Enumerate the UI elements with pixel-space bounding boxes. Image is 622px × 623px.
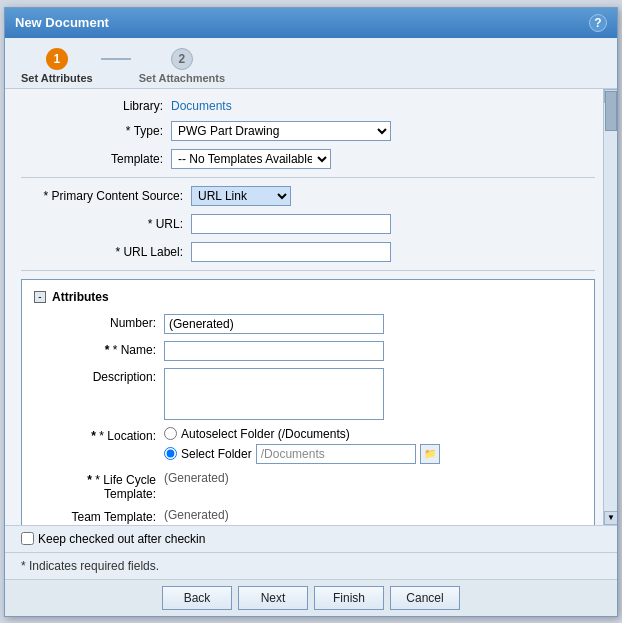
attr-team-label: Team Template: bbox=[34, 508, 164, 524]
location-options: Autoselect Folder (/Documents) Select Fo… bbox=[164, 427, 440, 464]
keep-checked-row: Keep checked out after checkin bbox=[5, 525, 617, 552]
divider-2 bbox=[21, 270, 595, 271]
scrollbar-thumb[interactable] bbox=[605, 91, 617, 131]
step-1-circle: 1 bbox=[46, 48, 68, 70]
location-radio-select[interactable] bbox=[164, 447, 177, 460]
type-label: * Type: bbox=[21, 124, 171, 138]
attr-location-row: * Location: Autoselect Folder (/Document… bbox=[34, 427, 582, 464]
collapse-icon[interactable]: - bbox=[34, 291, 46, 303]
attr-description-textarea[interactable] bbox=[164, 368, 384, 420]
library-value: Documents bbox=[171, 99, 232, 113]
url-label-input[interactable] bbox=[191, 242, 391, 262]
attr-lifecycle-row: * Life Cycle Template: (Generated) bbox=[34, 471, 582, 501]
location-radio-select-row: Select Folder 📁 bbox=[164, 444, 440, 464]
next-button[interactable]: Next bbox=[238, 586, 308, 610]
url-label-row: * URL Label: bbox=[21, 242, 595, 262]
type-select[interactable]: PWG Part Drawing bbox=[171, 121, 391, 141]
browse-folder-button[interactable]: 📁 bbox=[420, 444, 440, 464]
attr-description-row: Description: bbox=[34, 368, 582, 420]
attr-number-input[interactable] bbox=[164, 314, 384, 334]
url-input[interactable] bbox=[191, 214, 391, 234]
dialog-content: 1 Set Attributes 2 Set Attachments Libra… bbox=[5, 38, 617, 616]
url-row: * URL: bbox=[21, 214, 595, 234]
attr-description-label: Description: bbox=[34, 368, 164, 384]
attributes-header: - Attributes bbox=[34, 290, 582, 304]
location-select-label: Select Folder bbox=[181, 447, 252, 461]
keep-checked-label: Keep checked out after checkin bbox=[38, 532, 205, 546]
pcs-select[interactable]: URL Link bbox=[191, 186, 291, 206]
attr-number-label: Number: bbox=[34, 314, 164, 330]
back-button[interactable]: Back bbox=[162, 586, 232, 610]
attr-number-row: Number: bbox=[34, 314, 582, 334]
divider-1 bbox=[21, 177, 595, 178]
scrollbar-track: ▲ ▼ bbox=[603, 89, 617, 525]
template-row: Template: -- No Templates Available -- bbox=[21, 149, 595, 169]
dialog-title: New Document bbox=[15, 15, 109, 30]
cancel-button[interactable]: Cancel bbox=[390, 586, 460, 610]
help-icon[interactable]: ? bbox=[589, 14, 607, 32]
attributes-box: - Attributes Number: * Name: Description… bbox=[21, 279, 595, 525]
attr-name-label: * Name: bbox=[34, 341, 164, 357]
form-area: Library: Documents * Type: PWG Part Draw… bbox=[5, 89, 617, 525]
scrollbar-down-button[interactable]: ▼ bbox=[604, 511, 617, 525]
step-2-label: Set Attachments bbox=[139, 72, 225, 84]
step-connector bbox=[101, 58, 131, 60]
keep-checked-checkbox[interactable] bbox=[21, 532, 34, 545]
pcs-label: * Primary Content Source: bbox=[21, 189, 191, 203]
attributes-title: Attributes bbox=[52, 290, 109, 304]
step-1-label: Set Attributes bbox=[21, 72, 93, 84]
required-note: * Indicates required fields. bbox=[5, 552, 617, 579]
attr-lifecycle-label: * Life Cycle Template: bbox=[34, 471, 164, 501]
type-row: * Type: PWG Part Drawing bbox=[21, 121, 595, 141]
attr-location-label: * Location: bbox=[34, 427, 164, 443]
location-radio-autoselect[interactable] bbox=[164, 427, 177, 440]
pcs-row: * Primary Content Source: URL Link bbox=[21, 186, 595, 206]
step-1: 1 Set Attributes bbox=[21, 48, 93, 84]
browse-icon: 📁 bbox=[424, 448, 436, 459]
new-document-dialog: New Document ? 1 Set Attributes 2 Set At… bbox=[4, 7, 618, 617]
location-radio-auto: Autoselect Folder (/Documents) bbox=[164, 427, 440, 441]
url-label-label: * URL Label: bbox=[21, 245, 191, 259]
attr-name-input[interactable] bbox=[164, 341, 384, 361]
dialog-titlebar: New Document ? bbox=[5, 8, 617, 38]
location-autoselect-label: Autoselect Folder (/Documents) bbox=[181, 427, 350, 441]
attr-name-row: * Name: bbox=[34, 341, 582, 361]
button-bar: Back Next Finish Cancel bbox=[5, 579, 617, 616]
step-2-circle: 2 bbox=[171, 48, 193, 70]
library-row: Library: Documents bbox=[21, 99, 595, 113]
attr-lifecycle-value: (Generated) bbox=[164, 471, 229, 485]
template-select[interactable]: -- No Templates Available -- bbox=[171, 149, 331, 169]
attr-team-value: (Generated) bbox=[164, 508, 229, 522]
template-label: Template: bbox=[21, 152, 171, 166]
wizard-steps: 1 Set Attributes 2 Set Attachments bbox=[5, 38, 617, 89]
library-label: Library: bbox=[21, 99, 171, 113]
folder-path-input[interactable] bbox=[256, 444, 416, 464]
step-2: 2 Set Attachments bbox=[139, 48, 225, 84]
pcs-wrapper: URL Link bbox=[191, 186, 291, 206]
url-label: * URL: bbox=[21, 217, 191, 231]
attr-team-row: Team Template: (Generated) bbox=[34, 508, 582, 524]
finish-button[interactable]: Finish bbox=[314, 586, 384, 610]
